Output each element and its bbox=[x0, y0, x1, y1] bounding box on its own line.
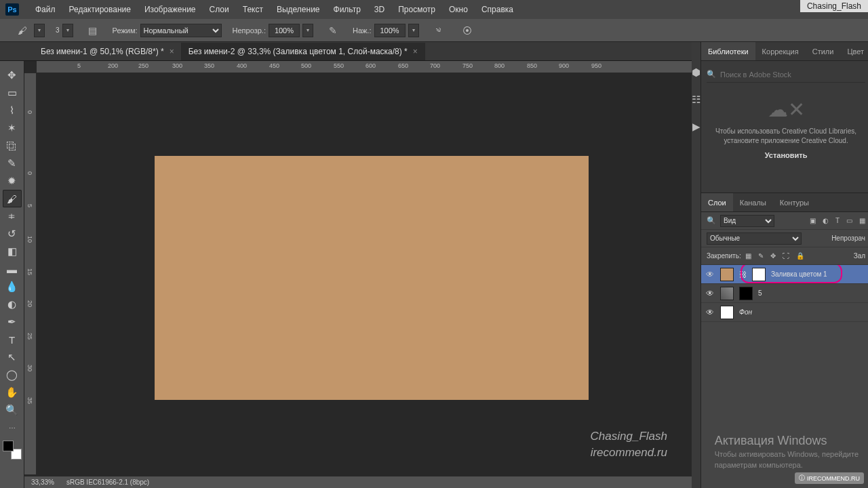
lock-pixels-icon[interactable]: ✎ bbox=[758, 252, 764, 260]
brush-size-value[interactable]: 3 bbox=[56, 26, 60, 34]
layer-name[interactable]: 5 bbox=[758, 289, 762, 297]
menu-help[interactable]: Справка bbox=[475, 5, 520, 14]
fg-color[interactable] bbox=[3, 441, 14, 451]
filter-type-icon[interactable]: T bbox=[835, 217, 840, 224]
type-tool[interactable]: T bbox=[3, 331, 22, 348]
filter-adjust-icon[interactable]: ◐ bbox=[823, 217, 829, 224]
tab-channels[interactable]: Каналы bbox=[733, 193, 773, 211]
brush-tool-icon[interactable]: 🖌 bbox=[14, 22, 31, 39]
layer-row[interactable]: 👁 ⛓ Заливка цветом 1 bbox=[701, 265, 868, 284]
eyedropper-tool[interactable]: ✎ bbox=[3, 155, 22, 172]
tab-paths[interactable]: Контуры bbox=[773, 193, 816, 211]
tab-libraries[interactable]: Библиотеки bbox=[701, 42, 755, 60]
filter-smart-icon[interactable]: ▦ bbox=[859, 217, 865, 224]
layer-thumbnail[interactable] bbox=[720, 287, 734, 300]
menu-select[interactable]: Выделение bbox=[270, 5, 327, 14]
marquee-tool[interactable]: ▭ bbox=[3, 84, 22, 102]
healing-tool[interactable]: ✹ bbox=[3, 172, 22, 190]
quick-select-tool[interactable]: ✶ bbox=[3, 119, 22, 137]
gradient-tool[interactable]: ▬ bbox=[3, 260, 22, 278]
visibility-icon[interactable]: 👁 bbox=[705, 289, 715, 298]
lasso-tool[interactable]: ⌇ bbox=[3, 102, 22, 119]
lock-artboard-icon[interactable]: ⛶ bbox=[783, 252, 789, 260]
properties-icon[interactable]: ☷ bbox=[692, 94, 701, 106]
search-icon[interactable]: 🔍 bbox=[707, 216, 716, 225]
blend-mode[interactable]: Обычные bbox=[707, 232, 802, 245]
tab-color[interactable]: Цвет bbox=[840, 42, 868, 60]
layer-row[interactable]: 👁 Фон bbox=[701, 303, 868, 322]
brush-picker-dropdown[interactable]: ▾ bbox=[62, 24, 73, 37]
opacity-label: Непрозр.: bbox=[233, 26, 266, 35]
play-icon[interactable]: ▶ bbox=[692, 121, 701, 133]
close-icon[interactable]: × bbox=[170, 47, 174, 56]
app-logo: Ps bbox=[5, 3, 19, 16]
move-tool[interactable]: ✥ bbox=[3, 66, 22, 84]
flow-value[interactable]: 100% bbox=[374, 24, 406, 37]
libraries-panel: 🔍 Поиск в Adobe Stock ☁✕ Чтобы использов… bbox=[701, 61, 868, 193]
filter-pixel-icon[interactable]: ▣ bbox=[810, 217, 816, 224]
zoom-level[interactable]: 33,33% bbox=[31, 479, 54, 486]
menu-layer[interactable]: Слои bbox=[203, 5, 236, 14]
visibility-icon[interactable]: 👁 bbox=[705, 270, 715, 279]
hand-tool[interactable]: ✋ bbox=[3, 384, 22, 401]
close-icon[interactable]: × bbox=[413, 47, 418, 56]
layer-filter-kind[interactable]: Вид bbox=[720, 215, 774, 227]
tab-adjustments[interactable]: Коррекция bbox=[755, 42, 806, 60]
blend-mode-select[interactable]: Нормальный bbox=[140, 24, 222, 37]
menu-3d[interactable]: 3D bbox=[368, 5, 391, 14]
crop-tool[interactable]: ⿻ bbox=[3, 137, 22, 155]
pressure-opacity-icon[interactable]: ✎ bbox=[324, 22, 342, 39]
eraser-tool[interactable]: ◧ bbox=[3, 243, 22, 260]
path-select-tool[interactable]: ↖ bbox=[3, 348, 22, 366]
menu-view[interactable]: Просмотр bbox=[391, 5, 442, 14]
layer-name[interactable]: Заливка цветом 1 bbox=[771, 270, 827, 278]
layer-row[interactable]: 👁 5 bbox=[701, 284, 868, 303]
visibility-icon[interactable]: 👁 bbox=[705, 308, 715, 317]
lock-all-icon[interactable]: 🔒 bbox=[796, 252, 804, 260]
layer-thumbnail[interactable] bbox=[720, 268, 734, 281]
pressure-size-icon[interactable]: ⦿ bbox=[458, 22, 476, 39]
lock-position-icon[interactable]: ✥ bbox=[770, 252, 776, 260]
menu-edit[interactable]: Редактирование bbox=[62, 5, 138, 14]
libraries-msg1: Чтобы использовать Creative Cloud Librar… bbox=[715, 127, 856, 136]
menu-filter[interactable]: Фильтр bbox=[327, 5, 368, 14]
brush-tool[interactable]: 🖌 bbox=[3, 190, 22, 207]
lock-transparency-icon[interactable]: ▦ bbox=[745, 252, 751, 260]
flow-dropdown[interactable]: ▾ bbox=[408, 24, 419, 37]
edit-toolbar[interactable]: ⋯ bbox=[3, 419, 22, 436]
user-tag: Chasing_Flash bbox=[800, 0, 868, 12]
doc-info[interactable]: sRGB IEC61966-2.1 (8bpc) bbox=[66, 479, 149, 486]
install-link[interactable]: Установить bbox=[765, 151, 808, 159]
stock-search[interactable]: 🔍 Поиск в Adobe Stock bbox=[707, 66, 865, 83]
menu-window[interactable]: Окно bbox=[442, 5, 475, 14]
layer-name[interactable]: Фон bbox=[739, 308, 752, 316]
color-swatches[interactable] bbox=[3, 441, 22, 460]
document-canvas[interactable] bbox=[155, 156, 589, 400]
layer-mask-thumbnail[interactable] bbox=[739, 287, 753, 300]
opacity-dropdown[interactable]: ▾ bbox=[302, 24, 313, 37]
brush-panel-icon[interactable]: ▤ bbox=[84, 22, 102, 39]
tab-styles[interactable]: Стили bbox=[806, 42, 841, 60]
canvas-area[interactable]: 5200 250300 350400 450500 550600 650700 … bbox=[24, 61, 692, 488]
pen-tool[interactable]: ✒ bbox=[3, 313, 22, 331]
dodge-tool[interactable]: ◐ bbox=[3, 296, 22, 313]
filter-shape-icon[interactable]: ▭ bbox=[846, 217, 852, 224]
menu-image[interactable]: Изображение bbox=[138, 5, 203, 14]
tool-preset-dropdown[interactable]: ▾ bbox=[34, 24, 45, 37]
layer-mask-thumbnail[interactable] bbox=[752, 268, 766, 281]
doc-tab-2[interactable]: Без имени-2 @ 33,3% (Заливка цветом 1, С… bbox=[182, 43, 425, 60]
stamp-tool[interactable]: ⧧ bbox=[3, 207, 22, 225]
airbrush-icon[interactable]: ༄ bbox=[430, 22, 448, 39]
opacity-value[interactable]: 100% bbox=[269, 24, 300, 37]
layer-thumbnail[interactable] bbox=[720, 306, 734, 319]
tab-layers[interactable]: Слои bbox=[701, 193, 733, 211]
shape-tool[interactable]: ◯ bbox=[3, 366, 22, 384]
menu-file[interactable]: Файл bbox=[28, 5, 62, 14]
menu-type[interactable]: Текст bbox=[236, 5, 270, 14]
doc-tab-1[interactable]: Без имени-1 @ 50,1% (RGB/8*) * × bbox=[34, 43, 182, 60]
zoom-tool[interactable]: 🔍 bbox=[3, 401, 22, 419]
history-brush-tool[interactable]: ↺ bbox=[3, 225, 22, 243]
cube-3d-icon[interactable]: ⬢ bbox=[692, 66, 701, 79]
blur-tool[interactable]: 💧 bbox=[3, 278, 22, 296]
activation-line1: Чтобы активировать Windows, перейдите bbox=[715, 449, 859, 460]
